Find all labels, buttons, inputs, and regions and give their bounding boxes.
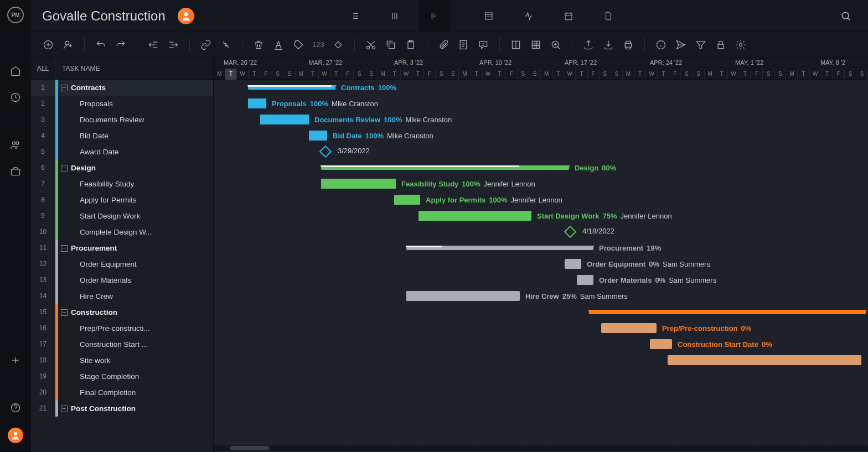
unlink-icon[interactable]	[220, 39, 232, 51]
columns-icon[interactable]	[510, 39, 522, 51]
expand-icon[interactable]: −	[61, 165, 68, 172]
gantt-body[interactable]: Contracts100% Proposals100%Mike Cranston…	[214, 80, 868, 452]
task-row[interactable]: 1 − Contracts	[31, 80, 213, 96]
view-calendar-icon[interactable]	[553, 0, 584, 32]
add-icon[interactable]	[9, 354, 22, 367]
task-row[interactable]: 19 Stage Completion	[31, 368, 213, 385]
note-icon[interactable]	[457, 39, 469, 51]
gantt-summary-bar[interactable]: Procurement19%	[406, 246, 593, 250]
grid-icon[interactable]	[530, 39, 542, 51]
home-icon[interactable]	[9, 64, 22, 77]
diamond-icon[interactable]	[332, 39, 344, 51]
expand-icon[interactable]: −	[61, 245, 68, 252]
view-sheet-icon[interactable]	[473, 0, 504, 32]
gantt-task-bar[interactable]: Bid Date100%Mike Cranston	[309, 131, 327, 141]
gantt-task-bar[interactable]: Order Materials0%Sam Summers	[577, 275, 593, 285]
copy-icon[interactable]	[385, 39, 397, 51]
search-icon[interactable]	[835, 11, 857, 22]
text-format-icon[interactable]	[272, 39, 285, 51]
view-board-icon[interactable]	[379, 0, 410, 32]
app-logo[interactable]: PM	[7, 7, 24, 23]
row-color-bar	[55, 192, 58, 208]
gantt-task-bar[interactable]: Construction Start Date0%	[650, 339, 672, 349]
tag-icon[interactable]	[292, 39, 304, 51]
comment-icon[interactable]	[477, 39, 489, 51]
task-row[interactable]: 15 − Construction	[31, 304, 213, 320]
gantt-task-bar[interactable]: Order Equipment0%Sam Summers	[565, 259, 581, 269]
briefcase-icon[interactable]	[9, 165, 22, 178]
view-list-icon[interactable]	[339, 0, 370, 32]
gantt-summary-bar[interactable]	[589, 310, 866, 314]
view-doc-icon[interactable]	[593, 0, 624, 32]
export-icon[interactable]	[582, 39, 595, 51]
paste-icon[interactable]	[405, 39, 417, 51]
gantt-summary-bar[interactable]: Design80%	[321, 165, 569, 170]
task-row[interactable]: 17 Construction Start ...	[31, 336, 213, 352]
outdent-icon[interactable]	[147, 39, 159, 51]
gantt-task-bar[interactable]: Start Design Work75%Jennifer Lennon	[418, 211, 531, 221]
task-row[interactable]: 21 − Post Construction	[31, 401, 213, 417]
attach-icon[interactable]	[437, 39, 450, 51]
task-row[interactable]: 14 Hire Crew	[31, 288, 213, 304]
gantt-task-bar[interactable]: Apply for Permits100%Jennifer Lennon	[394, 195, 420, 205]
gantt-task-bar[interactable]	[668, 355, 861, 365]
settings-icon[interactable]	[735, 39, 747, 51]
undo-icon[interactable]	[95, 39, 107, 51]
delete-icon[interactable]	[252, 39, 265, 51]
column-all[interactable]: ALL	[31, 58, 55, 80]
task-row[interactable]: 9 Start Design Work	[31, 208, 213, 224]
horizontal-scrollbar[interactable]	[214, 445, 868, 451]
task-row[interactable]: 16 Prep/Pre-constructi...	[31, 320, 213, 336]
gantt-task-bar[interactable]: Prep/Pre-construction0%	[601, 323, 657, 333]
cut-icon[interactable]	[365, 39, 377, 51]
day-cell: S	[518, 69, 529, 80]
gantt-task-bar[interactable]: Hire Crew25%Sam Summers	[406, 291, 520, 301]
recent-icon[interactable]	[9, 91, 22, 104]
svg-rect-20	[532, 41, 539, 48]
gantt-task-bar[interactable]: Documents Review100%Mike Cranston	[260, 115, 309, 124]
expand-icon[interactable]: −	[61, 85, 68, 91]
column-task-name[interactable]: TASK NAME	[55, 65, 213, 72]
print-icon[interactable]	[622, 39, 634, 51]
task-row[interactable]: 18 Site work	[31, 352, 213, 368]
add-user-icon[interactable]	[62, 39, 74, 51]
task-row[interactable]: 2 Proposals	[31, 96, 213, 112]
expand-icon[interactable]: −	[61, 406, 68, 412]
view-gantt-icon[interactable]	[419, 0, 450, 32]
task-row[interactable]: 6 − Design	[31, 160, 213, 176]
gantt-task-bar[interactable]: Feasibility Study100%Jennifer Lennon	[321, 179, 396, 189]
team-icon[interactable]	[9, 138, 22, 152]
help-icon[interactable]	[9, 401, 22, 414]
task-row[interactable]: 3 Documents Review	[31, 112, 213, 128]
week-label: MAY, 8 '2	[820, 59, 845, 66]
task-row[interactable]: 11 − Procurement	[31, 240, 213, 256]
zoom-icon[interactable]	[550, 39, 562, 51]
user-avatar-small[interactable]	[8, 428, 23, 443]
task-row[interactable]: 4 Bid Date	[31, 128, 213, 144]
task-row[interactable]: 8 Apply for Permits	[31, 192, 213, 208]
task-row[interactable]: 12 Order Equipment	[31, 256, 213, 272]
day-cell: F	[669, 69, 681, 80]
task-row[interactable]: 20 Final Completion	[31, 385, 213, 401]
view-activity-icon[interactable]	[513, 0, 544, 32]
gantt-task-bar[interactable]: Proposals100%Mike Cranston	[248, 98, 266, 108]
add-task-icon[interactable]	[42, 39, 54, 51]
info-icon[interactable]	[655, 39, 667, 51]
share-icon[interactable]	[602, 39, 614, 51]
redo-icon[interactable]	[115, 39, 127, 51]
send-icon[interactable]	[675, 39, 687, 51]
link-icon[interactable]	[200, 39, 212, 51]
task-row[interactable]: 13 Order Materials	[31, 272, 213, 288]
task-row[interactable]: 5 Award Date	[31, 144, 213, 160]
gantt-summary-bar[interactable]: Contracts100%	[248, 85, 335, 90]
lock-icon[interactable]	[715, 39, 727, 51]
gantt-milestone[interactable]	[564, 226, 577, 238]
row-number: 14	[31, 288, 55, 304]
task-row[interactable]: 7 Feasibility Study	[31, 176, 213, 192]
project-avatar[interactable]	[178, 8, 194, 24]
expand-icon[interactable]: −	[61, 309, 68, 316]
task-row[interactable]: 10 Complete Design W...	[31, 224, 213, 240]
gantt-milestone[interactable]	[319, 146, 332, 158]
filter-icon[interactable]	[695, 39, 707, 51]
indent-icon[interactable]	[167, 39, 179, 51]
